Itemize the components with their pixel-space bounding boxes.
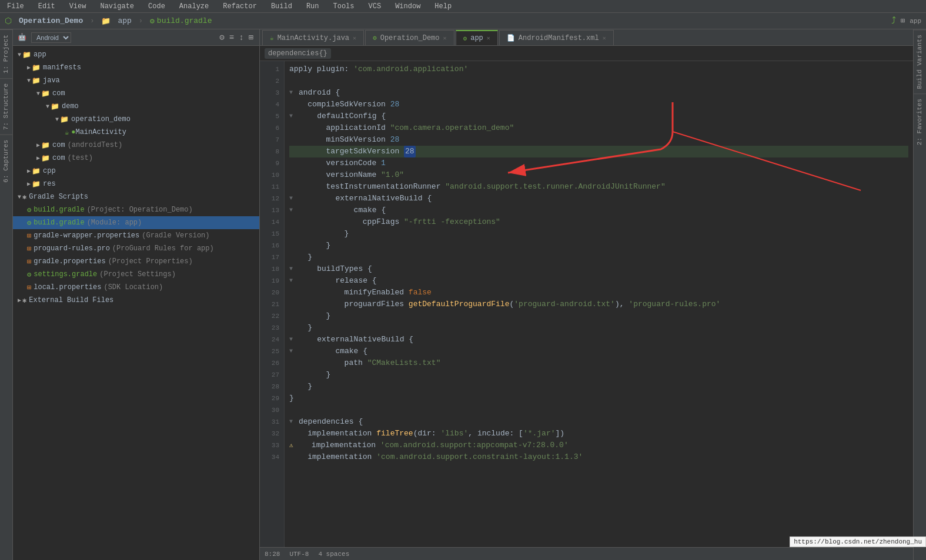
arrow-operation-demo: ▼: [55, 116, 59, 123]
module-name: app: [118, 16, 131, 25]
item-label-gradle-wrapper: gradle-wrapper.properties: [34, 232, 139, 240]
status-line-col: 8:28: [265, 551, 280, 558]
code-line-31: ▼dependencies {: [289, 416, 908, 428]
code-line-33: ⚠ implementation 'com.android.support:ap…: [289, 440, 908, 451]
code-line-21: proguardFiles getDefaultProguardFile('pr…: [289, 299, 908, 310]
menu-window[interactable]: Window: [393, 1, 423, 12]
item-sub-test: (test): [68, 154, 93, 162]
project-name: Operation_Demo: [19, 16, 83, 25]
sidebar-label-favorites[interactable]: 2: Favorites: [914, 93, 926, 150]
tab-close-app[interactable]: ✕: [487, 35, 490, 42]
menu-vcs[interactable]: VCS: [366, 1, 384, 12]
code-line-23: }: [289, 322, 908, 334]
expand-icon-title: ⊞: [901, 16, 905, 25]
tree-item-com[interactable]: ▼ 📁 com: [13, 87, 259, 100]
properties-icon-wrapper: ⊞: [27, 232, 31, 240]
menu-file[interactable]: File: [5, 1, 26, 12]
code-line-5: ▼ defaultConfig {: [289, 110, 908, 122]
tab-label-androidmanifest: AndroidManifest.xml: [519, 34, 599, 42]
item-label-cpp: cpp: [43, 167, 56, 175]
separator-2: ›: [139, 17, 143, 25]
menu-refactor[interactable]: Refactor: [220, 1, 259, 12]
properties-icon-gradle: ⊞: [27, 257, 31, 266]
menu-navigate[interactable]: Navigate: [98, 1, 136, 12]
breadcrumb-item[interactable]: dependencies{}: [265, 48, 331, 59]
sidebar-label-captures[interactable]: 6: Captures: [0, 135, 12, 187]
tree-item-settings-gradle[interactable]: ⚙ settings.gradle (Project Settings): [13, 268, 259, 281]
folder-icon-manifests: 📁: [32, 63, 41, 72]
panel-toolbar: 🤖 Android Project ⚙ ≡ ↕ ⊞: [13, 29, 259, 46]
tree-item-cpp[interactable]: ▶ 📁 cpp: [13, 165, 259, 177]
separator-1: ›: [90, 17, 94, 25]
tree-item-external-build[interactable]: ▶ ✱ External Build Files: [13, 294, 259, 307]
code-line-27: }: [289, 369, 908, 381]
item-label-com-androidtest: com: [52, 141, 65, 149]
sidebar-label-structure[interactable]: 7: Structure: [0, 78, 12, 135]
item-sub-app: (Module: app): [87, 219, 142, 227]
menu-view[interactable]: View: [67, 1, 89, 12]
status-bar: 8:28 UTF-8 4 spaces: [260, 547, 913, 560]
menu-tools[interactable]: Tools: [331, 1, 357, 12]
item-label-operation-demo: operation_demo: [71, 115, 131, 123]
code-line-24: ▼ externalNativeBuild {: [289, 334, 908, 346]
tab-mainactivity[interactable]: ☕ MainActivity.java ✕: [262, 30, 364, 45]
tab-close-mainactivity[interactable]: ✕: [353, 35, 356, 42]
status-encoding: UTF-8: [289, 551, 309, 558]
sidebar-label-project[interactable]: 1: Project: [0, 29, 12, 78]
code-line-26: path "CMakeLists.txt": [289, 357, 908, 369]
tree-item-local-properties[interactable]: ⊞ local.properties (SDK Location): [13, 281, 259, 294]
tab-androidmanifest[interactable]: 📄 AndroidManifest.xml ✕: [499, 30, 614, 45]
tree-item-com-androidtest[interactable]: ▶ 📁 com (androidTest): [13, 139, 259, 152]
tree-item-com-test[interactable]: ▶ 📁 com (test): [13, 152, 259, 165]
tree-item-proguard[interactable]: ⊞ proguard-rules.pro (ProGuard Rules for…: [13, 242, 259, 255]
tab-close-operation-demo[interactable]: ✕: [443, 35, 447, 42]
code-content[interactable]: apply plugin: 'com.android.application' …: [285, 61, 913, 547]
item-label-proguard: proguard-rules.pro: [34, 244, 110, 253]
tab-app[interactable]: ⚙ app ✕: [456, 30, 498, 45]
settings-icon[interactable]: ⚙: [218, 31, 225, 43]
java-icon-mainactivity: ☕: [65, 128, 69, 137]
tree-item-gradle-properties[interactable]: ⊞ gradle.properties (Project Properties): [13, 255, 259, 268]
gradle-icon-settings: ⚙: [27, 270, 31, 279]
gradle-icon-title: ⚙: [150, 16, 155, 26]
filter-icon[interactable]: ≡: [228, 32, 235, 43]
item-label-gradle-scripts: Gradle Scripts: [29, 193, 88, 201]
tree-item-gradle-wrapper[interactable]: ⊞ gradle-wrapper.properties (Gradle Vers…: [13, 229, 259, 242]
status-indent: 4 spaces: [318, 551, 349, 558]
item-label-demo: demo: [62, 102, 79, 110]
editor-area: ☕ MainActivity.java ✕ ⚙ Operation_Demo ✕…: [260, 29, 913, 560]
view-dropdown[interactable]: Android Project: [31, 32, 71, 43]
url-tooltip: https://blog.csdn.net/zhendong_hu: [790, 536, 913, 547]
menu-analyze[interactable]: Analyze: [177, 1, 211, 12]
menu-edit[interactable]: Edit: [36, 1, 58, 12]
sort-icon[interactable]: ↕: [238, 32, 245, 43]
item-label-app: app: [34, 51, 46, 59]
menu-help[interactable]: Help: [432, 1, 454, 12]
tree-item-build-gradle-project[interactable]: ⚙ build.gradle (Project: Operation_Demo): [13, 203, 259, 216]
tree-item-gradle-scripts[interactable]: ▼ ✱ Gradle Scripts: [13, 190, 259, 203]
tab-label-operation-demo: Operation_Demo: [380, 34, 440, 42]
sidebar-label-build-variants[interactable]: Build Variants: [914, 29, 926, 93]
tab-operation-demo[interactable]: ⚙ Operation_Demo ✕: [365, 30, 454, 45]
tree-item-manifests[interactable]: ▶ 📁 manifests: [13, 61, 259, 74]
tree-item-mainactivity[interactable]: ☕ ● MainActivity: [13, 126, 259, 139]
tree-item-operation-demo[interactable]: ▼ 📁 operation_demo: [13, 113, 259, 126]
item-sub-project: (Project: Operation_Demo): [87, 206, 193, 214]
expand-all-icon[interactable]: ⊞: [248, 31, 255, 43]
menu-run[interactable]: Run: [304, 1, 322, 12]
code-line-12: ▼ externalNativeBuild {: [289, 193, 908, 204]
file-tab-title: ⚙ build.gradle: [150, 16, 212, 26]
properties-icon-proguard: ⊞: [27, 244, 31, 253]
code-line-28: }: [289, 381, 908, 393]
tree-item-java[interactable]: ▼ 📁 java: [13, 74, 259, 87]
code-editor[interactable]: 1 2 3 4 5 6 7 8 9 10 11 12 13 14 15 16 1…: [260, 61, 913, 547]
menu-code[interactable]: Code: [146, 1, 168, 12]
tree-item-res[interactable]: ▶ 📁 res: [13, 177, 259, 190]
tree-item-build-gradle-app[interactable]: ⚙ build.gradle (Module: app): [13, 216, 259, 229]
tree-item-demo[interactable]: ▼ 📁 demo: [13, 100, 259, 113]
menu-build[interactable]: Build: [269, 1, 295, 12]
arrow-external-build: ▶: [18, 297, 21, 304]
tab-close-androidmanifest[interactable]: ✕: [603, 35, 606, 42]
code-line-22: }: [289, 310, 908, 322]
tree-item-app[interactable]: ▼ 📁 app: [13, 48, 259, 61]
